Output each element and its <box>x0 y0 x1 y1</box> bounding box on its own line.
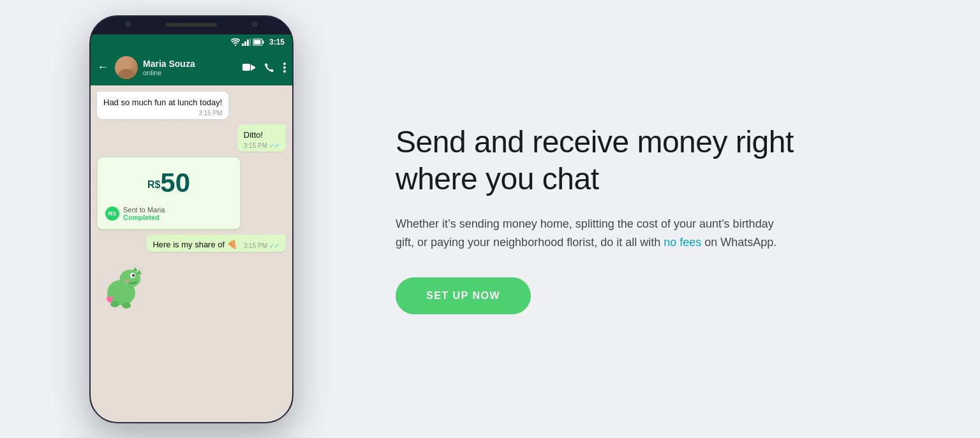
svg-point-11 <box>283 70 286 73</box>
message-text: Had so much fun at lunch today! <box>103 97 222 108</box>
contact-name: Maria Souza <box>143 59 237 69</box>
video-call-icon[interactable] <box>242 63 255 72</box>
no-fees-link[interactable]: no fees <box>664 236 701 249</box>
front-camera-right <box>252 22 257 27</box>
set-up-now-button[interactable]: SET UP NOW <box>396 277 531 314</box>
status-bar: 3:15 <box>91 34 292 50</box>
status-time: 3:15 <box>269 38 285 47</box>
contact-status: online <box>143 69 237 77</box>
avatar-face <box>115 56 138 79</box>
menu-icon[interactable] <box>283 62 286 73</box>
chat-header: ← Maria Souza online <box>91 50 292 85</box>
phone-top-bar <box>91 17 292 34</box>
svg-rect-1 <box>244 41 246 46</box>
svg-rect-6 <box>253 40 260 44</box>
description-after-link: on WhatsApp. <box>701 236 776 249</box>
svg-marker-8 <box>251 64 255 71</box>
payment-amount: R$50 <box>105 168 232 198</box>
status-icons <box>231 38 264 46</box>
phone-frame: 3:15 ← Maria Souza online <box>89 15 293 423</box>
read-ticks-2: ✓✓ <box>269 242 279 249</box>
content-section: Send and receive money right where you c… <box>345 98 929 340</box>
chat-body: Had so much fun at lunch today! 3:15 PM … <box>91 85 292 422</box>
phone-speaker <box>166 23 217 27</box>
share-text: Here is my share of 🍕 <box>152 240 237 249</box>
svg-point-13 <box>120 270 140 288</box>
signal-icon <box>242 38 251 46</box>
phone-call-icon[interactable] <box>264 62 274 73</box>
currency-symbol: R$ <box>147 179 160 190</box>
svg-rect-5 <box>262 40 264 43</box>
svg-rect-2 <box>247 40 249 46</box>
message-text: Ditto! <box>244 129 279 141</box>
amount-number: 50 <box>160 168 190 198</box>
sent-to-text: Sent to Maria <box>123 206 165 214</box>
svg-point-17 <box>124 279 130 283</box>
dino-sticker <box>97 259 148 310</box>
message-time: 3:15 PM ✓✓ <box>244 142 279 149</box>
message-time: 3:15 PM <box>103 110 222 117</box>
completed-text: Completed <box>123 214 165 221</box>
avatar-body <box>117 69 135 79</box>
sticker-area <box>97 259 148 313</box>
received-message-1: Had so much fun at lunch today! 3:15 PM <box>97 92 228 119</box>
svg-point-19 <box>122 302 131 309</box>
description-text: Whether it’s sending money home, splitti… <box>396 215 791 252</box>
payment-card: R$50 RS Sent to Maria Completed <box>97 157 241 230</box>
battery-icon <box>253 38 264 46</box>
svg-rect-7 <box>242 64 250 71</box>
sent-message-1: Ditto! 3:15 PM ✓✓ <box>237 124 286 152</box>
back-button[interactable]: ← <box>97 61 108 74</box>
contact-info: Maria Souza online <box>143 59 237 77</box>
read-ticks: ✓✓ <box>269 142 279 149</box>
share-time: 3:15 PM <box>244 242 267 249</box>
sender-avatar: RS <box>105 207 119 221</box>
svg-marker-20 <box>133 267 138 271</box>
sent-message-2: Here is my share of 🍕 3:15 PM ✓✓ <box>146 235 286 252</box>
svg-point-15 <box>132 274 135 277</box>
svg-rect-0 <box>242 43 244 46</box>
payment-info: RS Sent to Maria Completed <box>105 206 232 221</box>
svg-point-10 <box>283 66 286 69</box>
header-icons <box>242 62 286 73</box>
svg-point-9 <box>283 62 286 65</box>
front-camera-left <box>126 22 131 27</box>
contact-avatar <box>115 56 138 79</box>
phone-section: 3:15 ← Maria Souza online <box>38 0 345 438</box>
main-heading: Send and receive money right where you c… <box>396 124 903 197</box>
svg-point-18 <box>110 301 119 307</box>
page-container: 3:15 ← Maria Souza online <box>0 0 980 438</box>
svg-rect-3 <box>249 38 251 46</box>
wifi-icon <box>231 38 240 46</box>
payment-details: Sent to Maria Completed <box>123 206 165 221</box>
